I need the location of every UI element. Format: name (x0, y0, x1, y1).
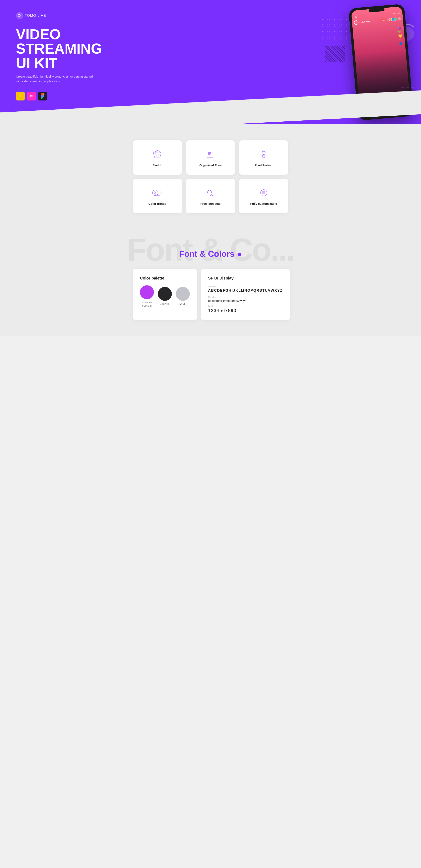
hero-description: Create beautiful, high-fidelity prototyp… (16, 74, 96, 84)
color-trends-feature-icon (151, 187, 163, 199)
hero-content: VIDEO STREAMING UI KIT Create beautiful,… (16, 27, 96, 100)
typography-card: SF UI Display Semibold ABCDEFGHIJKLMNOPQ… (201, 269, 290, 320)
chat-message-2: Stella : Do you have a Facebook? (361, 99, 408, 106)
chat-message-4: Stella : shared this live stream (362, 105, 409, 112)
swatch-purple-hex: # B83AF3 # 6950FB (142, 301, 152, 307)
adobe-xd-tool-icon: Xd (27, 92, 36, 100)
color-trends-label: Color trends (149, 202, 166, 205)
phone-chat-area: Andrew : stay turned to a host Stella : … (361, 96, 409, 116)
swatch-purple (140, 285, 154, 299)
svg-point-40 (263, 192, 263, 193)
svg-point-46 (264, 193, 265, 193)
phone-mockup: 9:41 ●●● 〒 WiFi Stella Malerie LIVE 303 (353, 6, 409, 118)
svg-marker-32 (210, 194, 213, 196)
logo-text: TOMO LIVE (25, 13, 46, 18)
svg-point-36 (263, 191, 263, 192)
svg-point-30 (207, 190, 212, 194)
svg-line-17 (265, 151, 265, 152)
svg-point-24 (156, 190, 161, 195)
feature-card-pixel-perfect: Pixel Perfect (239, 141, 288, 175)
semibold-text: ABCDEFGHIJKLMNOPQRSTUVWXYZ (208, 288, 283, 293)
chat-dot-3 (363, 107, 364, 108)
phone-bottom-controls: ☺ ⬡ ↺ LIVE (362, 106, 409, 116)
svg-point-39 (262, 192, 262, 193)
chat-message-3: James Christensen liked this (361, 102, 409, 109)
features-section: Sketch Organized Files (0, 124, 421, 225)
phone-close-btn[interactable]: × (398, 17, 401, 21)
font-colors-title: Font & Colors ● (12, 233, 409, 259)
feature-card-organized-files: Organized Files (186, 141, 235, 175)
svg-marker-5 (155, 150, 159, 158)
svg-point-28 (154, 193, 155, 194)
svg-rect-31 (211, 193, 214, 196)
hero-section: + + TOMO LIVE VIDEO STREAMING UI KIT Cre… (0, 0, 421, 124)
svg-point-48 (263, 193, 263, 194)
feature-card-color-trends: Color trends (133, 179, 182, 213)
viewer-avatar-3 (394, 17, 397, 21)
svg-rect-1 (18, 14, 20, 17)
color-swatches: # B83AF3 # 6950FB # 262628 # c2c4ca (140, 285, 190, 307)
chat-dot-2 (362, 104, 363, 105)
phone-live-button[interactable]: LIVE (399, 107, 406, 113)
pixel-perfect-feature-icon (258, 148, 270, 160)
phone-time: 9:41 (353, 16, 357, 18)
sketch-tool-icon (16, 92, 25, 100)
phone-screen-content: 9:41 ●●● 〒 WiFi Stella Malerie LIVE 303 (351, 6, 411, 118)
semibold-label: Semibold (208, 285, 283, 288)
svg-line-18 (262, 151, 263, 152)
regular-label: Regular (208, 296, 283, 298)
phone-emoji-btn[interactable]: ☺ (365, 110, 370, 115)
svg-point-26 (155, 191, 155, 192)
hero-title: VIDEO STREAMING UI KIT (16, 27, 96, 70)
font-colors-cards: Color palette # B83AF3 # 6950FB # 262628 (133, 269, 288, 320)
figma-tool-icon (38, 92, 47, 100)
organized-files-label: Organized Files (199, 163, 222, 167)
chat-dot-4 (363, 110, 364, 111)
svg-point-41 (263, 192, 264, 193)
fully-customizable-label: Fully customizable (250, 202, 277, 205)
svg-point-44 (263, 193, 263, 193)
swatch-gray-hex: # c2c4ca (179, 303, 187, 306)
swatch-gray-group: # c2c4ca (176, 287, 190, 306)
logo-icon (16, 12, 23, 19)
svg-point-25 (154, 192, 155, 193)
svg-point-50 (264, 193, 265, 194)
svg-point-42 (264, 192, 265, 193)
swatch-dark-hex: # 262628 (160, 303, 169, 306)
svg-point-35 (262, 191, 262, 192)
svg-point-27 (156, 192, 156, 193)
hero-dots-decoration (321, 16, 351, 40)
sketch-feature-icon (151, 148, 163, 160)
light-label: Light (208, 305, 283, 307)
svg-point-38 (264, 191, 265, 192)
sketch-label: Sketch (153, 163, 162, 167)
regular-text: abcdefghijklmnopqrstuvwxyz (208, 299, 283, 303)
free-icon-sets-label: Free icon sets (200, 202, 221, 205)
phone-username: Stella Malerie (359, 21, 370, 23)
color-palette-title: Color palette (140, 276, 190, 280)
phone-live-badge: LIVE (380, 19, 386, 22)
hero-cross-2: + (325, 52, 327, 56)
phone-viewer-avatars (390, 17, 397, 21)
phone-share-button[interactable]: Share with friends (362, 109, 409, 116)
phone-camera-btn[interactable]: ⬡ (377, 109, 382, 114)
color-palette-card: Color palette # B83AF3 # 6950FB # 262628 (133, 269, 197, 320)
feature-card-free-icon-sets: Free icon sets (186, 179, 235, 213)
svg-point-23 (153, 190, 158, 195)
phone-viewers: 303 (387, 19, 389, 21)
svg-marker-4 (153, 150, 161, 158)
hero-cross-1: + (343, 16, 345, 21)
hero-zigzag-deco: ⌃⌃⌃ (400, 86, 415, 93)
svg-point-49 (263, 193, 264, 194)
svg-rect-19 (262, 155, 265, 157)
light-text: 1234567890 (208, 308, 283, 313)
typography-title: SF UI Display (208, 276, 283, 280)
svg-point-43 (262, 193, 262, 193)
phone-screen: 9:41 ●●● 〒 WiFi Stella Malerie LIVE 303 (351, 6, 411, 118)
svg-point-47 (262, 193, 262, 194)
phone-refresh-btn[interactable]: ↺ (388, 108, 393, 113)
svg-point-37 (263, 191, 264, 192)
feature-card-fully-customizable: Fully customizable (239, 179, 288, 213)
svg-point-29 (155, 194, 156, 194)
swatch-dark-group: # 262628 (158, 287, 172, 306)
